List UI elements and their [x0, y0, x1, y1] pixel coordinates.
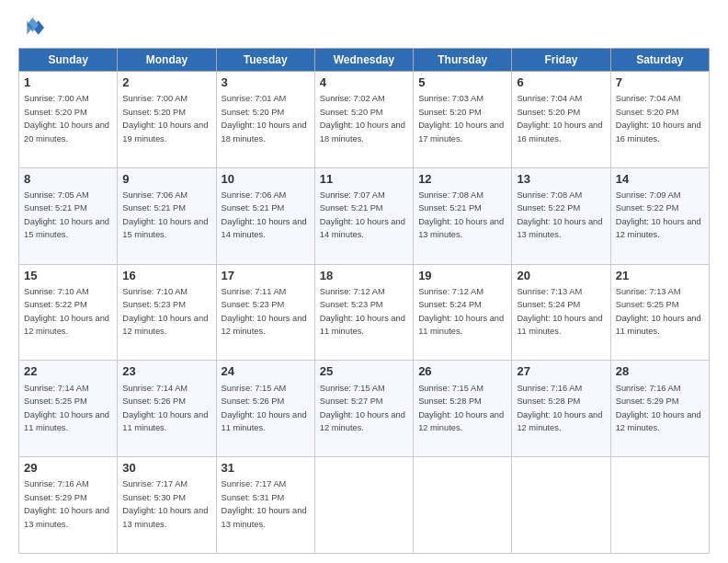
calendar-week-row: 1 Sunrise: 7:00 AMSunset: 5:20 PMDayligh… — [19, 72, 710, 168]
calendar-cell: 26 Sunrise: 7:15 AMSunset: 5:28 PMDaylig… — [414, 361, 512, 457]
day-info: Sunrise: 7:13 AMSunset: 5:25 PMDaylight:… — [616, 287, 701, 336]
day-number: 11 — [320, 171, 408, 188]
calendar-cell: 28 Sunrise: 7:16 AMSunset: 5:29 PMDaylig… — [610, 361, 709, 457]
day-header: Friday — [512, 49, 610, 72]
day-info: Sunrise: 7:17 AMSunset: 5:31 PMDaylight:… — [222, 479, 307, 528]
calendar-cell — [610, 457, 709, 554]
calendar-cell: 30 Sunrise: 7:17 AMSunset: 5:30 PMDaylig… — [118, 457, 216, 554]
day-info: Sunrise: 7:15 AMSunset: 5:26 PMDaylight:… — [222, 384, 307, 432]
day-info: Sunrise: 7:17 AMSunset: 5:30 PMDaylight:… — [122, 479, 208, 528]
day-info: Sunrise: 7:05 AMSunset: 5:21 PMDaylight:… — [24, 190, 109, 239]
calendar-week-row: 8 Sunrise: 7:05 AMSunset: 5:21 PMDayligh… — [19, 167, 710, 264]
calendar-week-row: 15 Sunrise: 7:10 AMSunset: 5:22 PMDaylig… — [19, 264, 710, 361]
calendar-cell: 7 Sunrise: 7:04 AMSunset: 5:20 PMDayligh… — [610, 72, 709, 168]
day-info: Sunrise: 7:04 AMSunset: 5:20 PMDaylight:… — [517, 94, 602, 143]
day-number: 13 — [517, 171, 605, 188]
header-row: SundayMondayTuesdayWednesdayThursdayFrid… — [19, 49, 710, 72]
header — [18, 15, 710, 40]
calendar-cell: 11 Sunrise: 7:07 AMSunset: 5:21 PMDaylig… — [314, 167, 413, 264]
day-info: Sunrise: 7:09 AMSunset: 5:22 PMDaylight:… — [616, 190, 701, 239]
day-number: 30 — [122, 460, 210, 477]
day-number: 21 — [616, 268, 704, 284]
day-number: 28 — [616, 363, 704, 380]
logo-icon — [18, 15, 44, 40]
day-info: Sunrise: 7:08 AMSunset: 5:21 PMDaylight:… — [418, 190, 504, 239]
day-header: Thursday — [414, 49, 512, 72]
day-info: Sunrise: 7:13 AMSunset: 5:24 PMDaylight:… — [517, 287, 602, 336]
calendar-cell: 1 Sunrise: 7:00 AMSunset: 5:20 PMDayligh… — [19, 72, 118, 168]
day-header: Monday — [118, 49, 216, 72]
day-info: Sunrise: 7:08 AMSunset: 5:22 PMDaylight:… — [517, 190, 602, 239]
calendar-cell: 13 Sunrise: 7:08 AMSunset: 5:22 PMDaylig… — [512, 167, 610, 264]
day-number: 19 — [418, 268, 506, 284]
day-info: Sunrise: 7:10 AMSunset: 5:22 PMDaylight:… — [24, 287, 109, 336]
calendar-cell: 31 Sunrise: 7:17 AMSunset: 5:31 PMDaylig… — [216, 457, 314, 554]
day-info: Sunrise: 7:04 AMSunset: 5:20 PMDaylight:… — [616, 94, 701, 143]
day-info: Sunrise: 7:16 AMSunset: 5:29 PMDaylight:… — [24, 479, 109, 528]
calendar-cell: 17 Sunrise: 7:11 AMSunset: 5:23 PMDaylig… — [216, 264, 314, 361]
day-number: 1 — [24, 75, 112, 91]
calendar-cell: 15 Sunrise: 7:10 AMSunset: 5:22 PMDaylig… — [19, 264, 118, 361]
calendar-cell: 20 Sunrise: 7:13 AMSunset: 5:24 PMDaylig… — [512, 264, 610, 361]
calendar-cell: 10 Sunrise: 7:06 AMSunset: 5:21 PMDaylig… — [216, 167, 314, 264]
day-info: Sunrise: 7:16 AMSunset: 5:29 PMDaylight:… — [616, 384, 701, 432]
day-info: Sunrise: 7:11 AMSunset: 5:23 PMDaylight:… — [222, 287, 307, 336]
day-info: Sunrise: 7:00 AMSunset: 5:20 PMDaylight:… — [122, 94, 208, 143]
day-info: Sunrise: 7:15 AMSunset: 5:28 PMDaylight:… — [418, 384, 504, 432]
calendar-cell: 2 Sunrise: 7:00 AMSunset: 5:20 PMDayligh… — [118, 72, 216, 168]
calendar-cell: 3 Sunrise: 7:01 AMSunset: 5:20 PMDayligh… — [216, 72, 314, 168]
calendar-cell — [414, 457, 512, 554]
day-info: Sunrise: 7:16 AMSunset: 5:28 PMDaylight:… — [517, 384, 602, 432]
day-number: 23 — [122, 363, 210, 380]
day-info: Sunrise: 7:14 AMSunset: 5:25 PMDaylight:… — [24, 384, 109, 432]
calendar-cell: 25 Sunrise: 7:15 AMSunset: 5:27 PMDaylig… — [314, 361, 413, 457]
calendar-week-row: 22 Sunrise: 7:14 AMSunset: 5:25 PMDaylig… — [19, 361, 710, 457]
calendar-cell: 24 Sunrise: 7:15 AMSunset: 5:26 PMDaylig… — [216, 361, 314, 457]
calendar-week-row: 29 Sunrise: 7:16 AMSunset: 5:29 PMDaylig… — [19, 457, 710, 554]
logo — [18, 15, 48, 40]
day-number: 14 — [616, 171, 704, 188]
day-header: Saturday — [610, 49, 709, 72]
day-number: 12 — [418, 171, 506, 188]
day-number: 15 — [24, 268, 112, 284]
day-info: Sunrise: 7:10 AMSunset: 5:23 PMDaylight:… — [122, 287, 208, 336]
day-number: 3 — [222, 75, 310, 91]
day-number: 16 — [122, 268, 210, 284]
calendar-cell: 22 Sunrise: 7:14 AMSunset: 5:25 PMDaylig… — [19, 361, 118, 457]
day-number: 17 — [222, 268, 310, 284]
calendar-cell: 14 Sunrise: 7:09 AMSunset: 5:22 PMDaylig… — [610, 167, 709, 264]
calendar-cell: 5 Sunrise: 7:03 AMSunset: 5:20 PMDayligh… — [414, 72, 512, 168]
calendar-cell: 23 Sunrise: 7:14 AMSunset: 5:26 PMDaylig… — [118, 361, 216, 457]
day-info: Sunrise: 7:12 AMSunset: 5:23 PMDaylight:… — [320, 287, 405, 336]
day-header: Wednesday — [314, 49, 413, 72]
calendar-cell: 12 Sunrise: 7:08 AMSunset: 5:21 PMDaylig… — [414, 167, 512, 264]
day-number: 10 — [222, 171, 310, 188]
calendar-cell — [512, 457, 610, 554]
day-header: Tuesday — [216, 49, 314, 72]
calendar-cell: 21 Sunrise: 7:13 AMSunset: 5:25 PMDaylig… — [610, 264, 709, 361]
day-info: Sunrise: 7:07 AMSunset: 5:21 PMDaylight:… — [320, 190, 405, 239]
calendar-cell: 8 Sunrise: 7:05 AMSunset: 5:21 PMDayligh… — [19, 167, 118, 264]
day-info: Sunrise: 7:00 AMSunset: 5:20 PMDaylight:… — [24, 94, 109, 143]
day-number: 25 — [320, 363, 408, 380]
day-number: 24 — [222, 363, 310, 380]
calendar-cell: 29 Sunrise: 7:16 AMSunset: 5:29 PMDaylig… — [19, 457, 118, 554]
day-info: Sunrise: 7:06 AMSunset: 5:21 PMDaylight:… — [122, 190, 208, 239]
day-info: Sunrise: 7:06 AMSunset: 5:21 PMDaylight:… — [222, 190, 307, 239]
day-info: Sunrise: 7:02 AMSunset: 5:20 PMDaylight:… — [320, 94, 405, 143]
day-header: Sunday — [19, 49, 118, 72]
day-info: Sunrise: 7:01 AMSunset: 5:20 PMDaylight:… — [222, 94, 307, 143]
day-number: 18 — [320, 268, 408, 284]
calendar-cell: 19 Sunrise: 7:12 AMSunset: 5:24 PMDaylig… — [414, 264, 512, 361]
calendar-cell: 6 Sunrise: 7:04 AMSunset: 5:20 PMDayligh… — [512, 72, 610, 168]
day-number: 7 — [616, 75, 704, 91]
day-number: 5 — [418, 75, 506, 91]
day-info: Sunrise: 7:12 AMSunset: 5:24 PMDaylight:… — [418, 287, 504, 336]
day-number: 29 — [24, 460, 112, 477]
day-number: 26 — [418, 363, 506, 380]
day-number: 22 — [24, 363, 112, 380]
day-number: 9 — [122, 171, 210, 188]
calendar-cell — [314, 457, 413, 554]
day-number: 31 — [222, 460, 310, 477]
calendar-cell: 4 Sunrise: 7:02 AMSunset: 5:20 PMDayligh… — [314, 72, 413, 168]
